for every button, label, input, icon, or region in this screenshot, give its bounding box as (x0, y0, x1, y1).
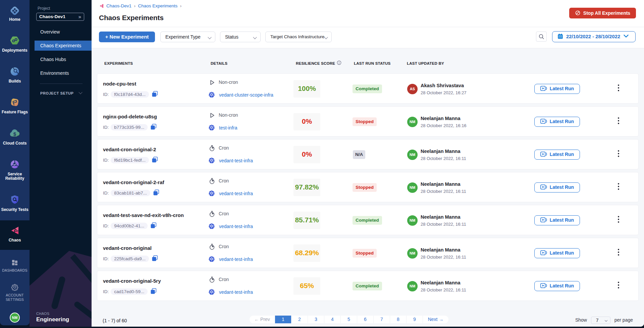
svg-text:$: $ (13, 131, 16, 137)
